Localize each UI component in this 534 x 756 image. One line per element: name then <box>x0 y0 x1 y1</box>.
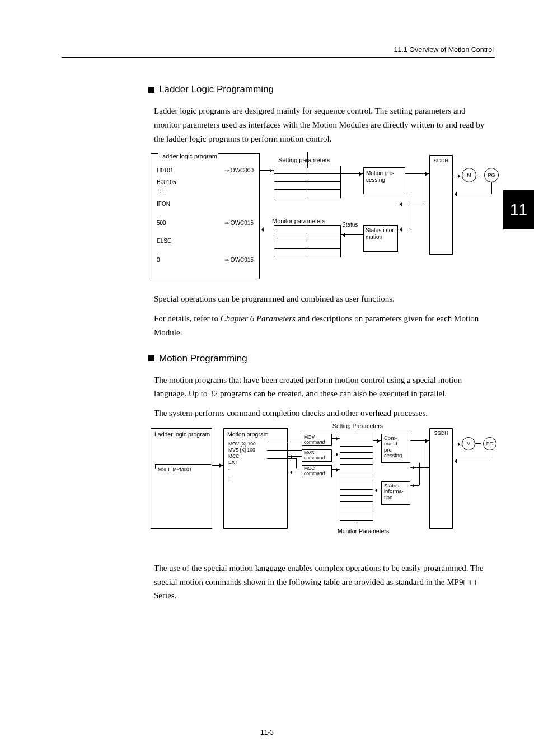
ladder-item-3: 500 <box>157 220 166 226</box>
motion-processing-label: Motion pro-cessing <box>366 170 395 183</box>
ladder-row-5: 0 <box>157 257 160 263</box>
status-info-box: Status infor-mation <box>363 225 398 252</box>
mov-command-label: MOV command <box>304 434 325 445</box>
page-number: 11-3 <box>0 729 534 736</box>
para3-b: Chapter 6 Parameters <box>221 314 296 323</box>
contact-symbol <box>157 186 169 194</box>
ladder-program-box: Ladder logic program H0101 ⇒ OWC000 B001… <box>151 153 260 279</box>
ladder-item-4: ELSE <box>157 238 171 244</box>
header-text: 11.1 Overview of Motion Control <box>394 46 494 54</box>
arrow-mcc-back <box>288 472 302 472</box>
section-1-para-3: For details, refer to Chapter 6 Paramete… <box>154 312 489 340</box>
m-pg-link-2 <box>475 443 481 444</box>
arrow-status-tbl-2 <box>373 490 381 490</box>
mvs-command-label: MVS command <box>304 450 325 461</box>
ladder-row-3: 500 <box>157 220 166 226</box>
arrow-sgdh-back-2 <box>410 467 429 468</box>
line-mp-mov <box>267 443 302 443</box>
motion-program-lines: MOV [X] 100 MVS [X] 100 MCC EXT . . . <box>228 441 256 484</box>
ladder-item-2: IFON <box>157 201 170 207</box>
motor-circle-icon-2: M <box>462 437 475 450</box>
setting-params-title-2: Setting Parameters <box>332 422 383 429</box>
arrow-cmd-sgdh <box>410 440 429 441</box>
arrow-cmd-tbl-2 <box>332 454 340 454</box>
ladder-rhs-0: ⇒ OWC000 <box>224 167 254 173</box>
ladder-item-0: H0101 <box>157 167 173 173</box>
section-2-para-1: The motion programs that have been creat… <box>154 373 489 401</box>
motion-processing-box: Motion pro-cessing <box>363 167 405 194</box>
diagram-motion-programming: Ladder logic program MSEE MPM001 Motion … <box>151 428 503 551</box>
mvs-command-box: MVS command <box>302 449 332 462</box>
section-1-heading: Ladder Logic Programming <box>148 84 489 95</box>
square-bullet-icon <box>148 87 154 93</box>
vline-mon2 <box>357 520 357 529</box>
pg-circle-icon-2: PG <box>483 437 496 450</box>
m-pg-link <box>475 175 481 175</box>
ladder-row-4: ELSE <box>157 238 171 244</box>
ladder-rhs-3: ⇒ OWC015 <box>224 220 254 226</box>
command-processing-box: Com-mand pro-cessing <box>381 434 410 463</box>
sgdh-label-2: SGDH <box>430 430 452 436</box>
motion-program-title: Motion program <box>227 431 269 438</box>
monitor-params-table <box>274 225 341 257</box>
arrow-cmd-tbl-3 <box>332 469 340 470</box>
section-2-heading: Motion Programming <box>148 353 489 364</box>
arrow-sgdh-feedback <box>398 204 429 204</box>
command-processing-label: Com-mand pro-cessing <box>384 435 402 458</box>
ladder-item-5: 0 <box>157 257 160 263</box>
pg-return-v <box>491 182 492 194</box>
mcc-command-box: MCC command <box>302 465 332 477</box>
vline-sgdh-fb <box>423 173 423 204</box>
arrow-to-ladder-mon <box>260 229 274 229</box>
vline-set2 <box>357 424 357 434</box>
mcc-command-label: MCC command <box>304 466 325 476</box>
status-label: Status <box>342 222 358 228</box>
arrow-fb-status2 <box>410 485 419 486</box>
ladder-item-1: B00105 <box>157 179 176 185</box>
pg-return-h-2 <box>453 461 490 461</box>
section-1-para-2: Special operations can be programmed and… <box>154 292 489 306</box>
m-label-2: M <box>466 441 470 447</box>
vl-mcc <box>296 458 297 468</box>
pg-label: PG <box>488 172 495 178</box>
sgdh-box: SGDH <box>429 155 453 255</box>
status-info-label: Status infor-mation <box>366 227 396 240</box>
setting-params-title: Setting parameters <box>278 157 330 163</box>
arrow-motion-sgdh <box>405 173 429 174</box>
sgdh-label: SGDH <box>430 158 452 163</box>
pg-return-v-2 <box>490 450 490 461</box>
msee-label: MSEE MPM001 <box>158 467 191 472</box>
section-2-title: Motion Programming <box>159 353 247 364</box>
params-table-2 <box>340 434 373 521</box>
mov-command-box: MOV command <box>302 434 332 446</box>
monitor-params-title-2: Monitor Parameters <box>338 528 389 534</box>
ladder-program-box-2: Ladder logic program MSEE MPM001 <box>151 428 212 529</box>
setting-params-table <box>274 166 341 198</box>
vl-cp-st <box>419 463 420 485</box>
arrow-sgdh-m-2 <box>453 444 462 444</box>
ladder-box-title-2: Ladder logic program <box>154 431 210 438</box>
content-area: Ladder Logic Programming Ladder logic pr… <box>154 84 489 603</box>
arrow-sgdh-m <box>453 176 462 176</box>
pg-label-2: PG <box>486 441 493 447</box>
status-info-label-2: Status informa-tion <box>384 482 404 500</box>
ladder-rhs-5: ⇒ OWC015 <box>224 257 254 263</box>
pg-return-h <box>453 194 492 194</box>
ladder-row-0: H0101 <box>157 167 173 173</box>
arrow-cmd-tbl-1 <box>332 438 340 439</box>
section-2-para-2: The system performs command completion c… <box>154 406 489 420</box>
arrow-to-motion <box>341 173 363 174</box>
monitor-params-title: Monitor parameters <box>272 218 325 224</box>
ladder-box-title: Ladder logic program <box>158 153 218 159</box>
arrow-mvs-back <box>288 456 302 457</box>
line-mp-mvs <box>267 450 302 451</box>
page: 11.1 Overview of Motion Control Ladder L… <box>0 0 534 631</box>
pg-circle-icon: PG <box>484 168 499 182</box>
ladder-row-1: B00105 <box>157 179 176 185</box>
chapter-tab: 11 <box>503 190 534 229</box>
msee-vline <box>155 464 156 469</box>
vline-mp-st <box>411 194 411 229</box>
vl-sgdh-fb2 <box>424 440 424 467</box>
status-info-box-2: Status informa-tion <box>381 481 410 505</box>
line-mp-mcc <box>267 458 296 459</box>
